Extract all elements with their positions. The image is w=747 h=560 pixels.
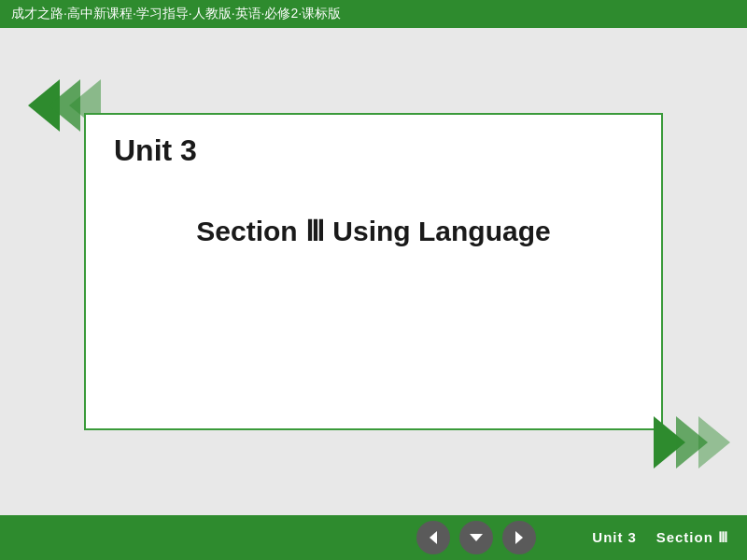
nav-down-button[interactable]: [459, 521, 493, 554]
arrow-right-icon: [512, 530, 527, 545]
footer-unit-text: Unit 3: [592, 529, 637, 545]
section-label: Section Ⅲ Using Language: [114, 215, 633, 247]
footer-bar: Unit 3 Section Ⅲ: [0, 515, 747, 560]
footer-navigation: [416, 521, 536, 554]
main-content: Unit 3 Section Ⅲ Using Language: [0, 28, 747, 515]
nav-prev-button[interactable]: [416, 521, 450, 554]
footer-section-text: Section Ⅲ: [656, 529, 728, 545]
nav-next-button[interactable]: [502, 521, 536, 554]
arrow-down-icon: [469, 530, 484, 545]
header-bar: 成才之路·高中新课程·学习指导·人教版·英语·必修2·课标版: [0, 0, 747, 28]
arrow-left-icon: [426, 530, 441, 545]
decorative-chevrons-right: [654, 416, 721, 469]
content-card: Unit 3 Section Ⅲ Using Language: [84, 113, 663, 430]
decorative-chevrons-left: [28, 79, 90, 132]
svg-marker-2: [515, 531, 523, 544]
footer-labels: Unit 3 Section Ⅲ: [592, 529, 728, 546]
svg-marker-1: [470, 534, 483, 541]
header-title: 成才之路·高中新课程·学习指导·人教版·英语·必修2·课标版: [11, 6, 341, 21]
chevron-right-3: [698, 416, 730, 469]
svg-marker-0: [430, 531, 437, 544]
unit-label: Unit 3: [114, 133, 633, 168]
